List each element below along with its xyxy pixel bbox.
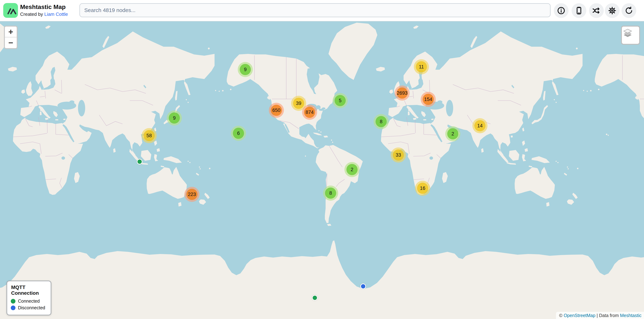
info-icon: [557, 6, 566, 15]
cluster-marker[interactable]: 9: [167, 110, 182, 126]
cluster-marker[interactable]: 16: [415, 181, 430, 196]
layers-icon: [622, 26, 634, 38]
openstreetmap-link[interactable]: OpenStreetMap: [564, 313, 596, 318]
mobile-button[interactable]: [572, 3, 586, 18]
cluster-marker[interactable]: 6: [231, 126, 246, 141]
cluster-marker[interactable]: 2: [445, 126, 460, 141]
random-node-button[interactable]: [589, 3, 604, 18]
cluster-marker[interactable]: 874: [302, 105, 317, 120]
cluster-marker[interactable]: 650: [269, 103, 284, 118]
meshtastic-logo-icon: [3, 3, 18, 18]
meshtastic-link[interactable]: Meshtastic: [620, 313, 642, 318]
cluster-marker[interactable]: 58: [142, 128, 157, 143]
cluster-marker[interactable]: 11: [414, 59, 429, 74]
cluster-marker[interactable]: 2693: [394, 85, 410, 101]
info-button[interactable]: [554, 3, 568, 18]
cluster-marker[interactable]: 8: [374, 114, 389, 129]
settings-button[interactable]: [605, 3, 620, 18]
page-subtitle: Created by Liam Cottle: [20, 11, 68, 17]
gear-icon: [608, 6, 617, 15]
node-marker-connected[interactable]: [137, 159, 142, 165]
refresh-icon: [624, 6, 634, 15]
disconnected-dot: [11, 306, 16, 310]
cluster-marker[interactable]: 2: [344, 162, 360, 177]
header: Meshtastic Map Created by Liam Cottle: [0, 0, 644, 21]
cluster-marker[interactable]: 9: [238, 62, 253, 77]
zoom-out-button[interactable]: −: [5, 37, 17, 48]
node-marker-disconnected[interactable]: [360, 284, 366, 289]
node-marker-connected[interactable]: [312, 295, 318, 301]
zoom-in-button[interactable]: +: [5, 26, 17, 37]
connected-dot: [11, 299, 16, 304]
map-canvas[interactable]: 911269315439565087498142586332168223 + −…: [0, 21, 644, 319]
world-map: [0, 21, 644, 319]
cluster-marker[interactable]: 223: [184, 187, 200, 202]
legend-item-connected: Connected: [11, 299, 48, 304]
legend-title: MQTT Connection: [11, 285, 48, 296]
cluster-marker[interactable]: 5: [332, 93, 348, 108]
title-block: Meshtastic Map Created by Liam Cottle: [20, 3, 68, 17]
zoom-control: + −: [4, 26, 18, 49]
layers-control[interactable]: [621, 26, 640, 45]
cluster-marker[interactable]: 14: [472, 118, 488, 133]
map-attribution: © OpenStreetMap | Data from Meshtastic: [556, 312, 644, 319]
page-title: Meshtastic Map: [20, 3, 68, 11]
mobile-icon: [574, 6, 584, 15]
mqtt-legend: MQTT Connection Connected Disconnected: [6, 281, 52, 316]
legend-item-disconnected: Disconnected: [11, 305, 48, 310]
cluster-marker[interactable]: 154: [421, 92, 436, 107]
search-input[interactable]: [80, 3, 550, 17]
author-link[interactable]: Liam Cottle: [44, 11, 68, 17]
cluster-marker[interactable]: 33: [391, 147, 406, 163]
cluster-marker[interactable]: 8: [323, 186, 338, 201]
refresh-button[interactable]: [622, 3, 636, 18]
shuffle-icon: [592, 6, 601, 15]
